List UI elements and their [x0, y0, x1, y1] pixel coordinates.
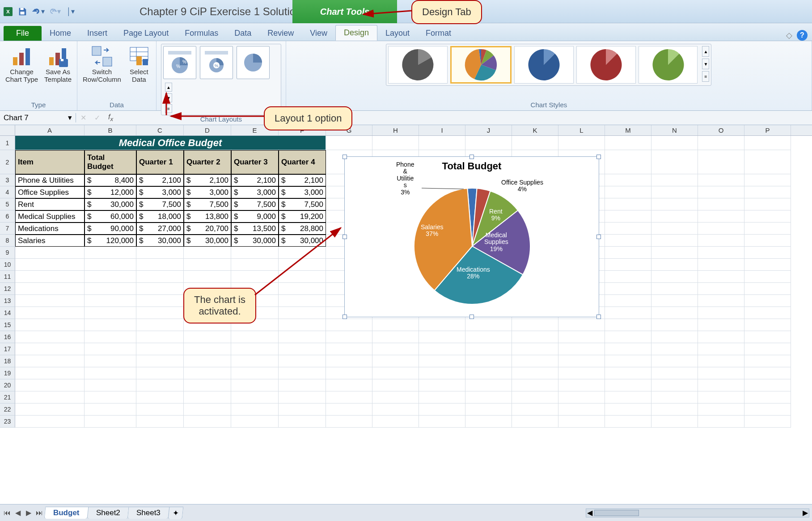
- q2-cell[interactable]: $7,500: [184, 198, 231, 210]
- item-cell[interactable]: Salaries: [15, 235, 85, 247]
- cell[interactable]: [136, 355, 184, 367]
- cell[interactable]: [15, 271, 85, 283]
- cell[interactable]: [372, 391, 419, 403]
- chart-layout-1[interactable]: %%: [163, 46, 196, 79]
- cell[interactable]: [279, 307, 326, 319]
- hscroll-left[interactable]: ◀: [586, 509, 593, 517]
- cell[interactable]: [184, 367, 231, 379]
- cell[interactable]: [698, 186, 744, 198]
- q3-cell[interactable]: $3,000: [231, 186, 279, 198]
- row-header[interactable]: 11: [0, 271, 15, 283]
- cell[interactable]: [326, 136, 372, 150]
- cell[interactable]: [184, 343, 231, 355]
- cell[interactable]: [85, 379, 136, 391]
- sheet-tab-sheet2[interactable]: Sheet2: [87, 507, 129, 519]
- cell[interactable]: [85, 355, 136, 367]
- cell[interactable]: [512, 367, 558, 379]
- cell[interactable]: [231, 403, 279, 416]
- table-header[interactable]: Total Budget: [85, 150, 136, 174]
- row-header[interactable]: 9: [0, 247, 15, 259]
- chart-style-4[interactable]: [576, 46, 636, 84]
- cell[interactable]: [419, 391, 465, 403]
- tab-design[interactable]: Design: [335, 25, 377, 41]
- cell[interactable]: [605, 319, 651, 331]
- cell[interactable]: [651, 247, 698, 259]
- cell[interactable]: [136, 259, 184, 271]
- cell[interactable]: [651, 223, 698, 235]
- new-sheet-button[interactable]: ✦: [168, 507, 184, 519]
- cell[interactable]: [558, 403, 605, 416]
- cell[interactable]: [465, 367, 512, 379]
- cell[interactable]: [605, 271, 651, 283]
- cell[interactable]: [419, 319, 465, 331]
- cell[interactable]: [136, 271, 184, 283]
- cell[interactable]: [512, 343, 558, 355]
- col-p[interactable]: P: [744, 125, 791, 135]
- item-cell[interactable]: Medical Supplies: [15, 210, 85, 223]
- sheet-tab-sheet3[interactable]: Sheet3: [127, 507, 170, 519]
- cell[interactable]: [558, 367, 605, 379]
- cell[interactable]: [279, 259, 326, 271]
- cell[interactable]: [698, 319, 744, 331]
- cell[interactable]: [605, 259, 651, 271]
- cell[interactable]: [698, 307, 744, 319]
- cell[interactable]: [279, 247, 326, 259]
- cell[interactable]: [744, 391, 791, 403]
- q1-cell[interactable]: $18,000: [136, 210, 184, 223]
- q4-cell[interactable]: $7,500: [279, 198, 326, 210]
- cell[interactable]: [698, 259, 744, 271]
- cell[interactable]: [744, 343, 791, 355]
- q4-cell[interactable]: $28,800: [279, 223, 326, 235]
- cell[interactable]: [605, 235, 651, 247]
- cell[interactable]: [279, 391, 326, 403]
- q3-cell[interactable]: $30,000: [231, 235, 279, 247]
- chart-style-5[interactable]: [639, 46, 698, 84]
- tab-layout[interactable]: Layout: [377, 26, 418, 41]
- enter-formula-icon[interactable]: ✓: [94, 113, 100, 122]
- cell[interactable]: [698, 379, 744, 391]
- change-chart-type-button[interactable]: Change Chart Type: [4, 44, 39, 84]
- item-cell[interactable]: Office Supplies: [15, 186, 85, 198]
- cell[interactable]: [465, 403, 512, 416]
- cell[interactable]: [744, 150, 791, 174]
- cell[interactable]: [744, 295, 791, 307]
- cell[interactable]: [465, 136, 512, 150]
- chart-style-2[interactable]: [450, 46, 512, 84]
- col-m[interactable]: M: [605, 125, 651, 135]
- cell[interactable]: [651, 295, 698, 307]
- cell[interactable]: [651, 391, 698, 403]
- cell[interactable]: [15, 355, 85, 367]
- q2-cell[interactable]: $30,000: [184, 235, 231, 247]
- cell[interactable]: [85, 319, 136, 331]
- hscroll-right[interactable]: ▶: [802, 509, 809, 517]
- cell[interactable]: [136, 319, 184, 331]
- q3-cell[interactable]: $9,000: [231, 210, 279, 223]
- cell[interactable]: [419, 416, 465, 428]
- select-all-corner[interactable]: [0, 125, 15, 135]
- cell[interactable]: [136, 295, 184, 307]
- cell[interactable]: [558, 343, 605, 355]
- q1-cell[interactable]: $27,000: [136, 223, 184, 235]
- sheet-tab-budget[interactable]: Budget: [44, 507, 89, 519]
- cell[interactable]: [326, 403, 372, 416]
- layouts-scroll-down[interactable]: ▼: [165, 93, 172, 102]
- cell[interactable]: [184, 416, 231, 428]
- cell[interactable]: [184, 355, 231, 367]
- tab-home[interactable]: Home: [42, 26, 79, 41]
- cell[interactable]: [651, 210, 698, 223]
- cell[interactable]: [15, 416, 85, 428]
- total-cell[interactable]: $12,000: [85, 186, 136, 198]
- q2-cell[interactable]: $3,000: [184, 186, 231, 198]
- cell[interactable]: [231, 379, 279, 391]
- styles-scroll-up[interactable]: ▲: [702, 46, 709, 57]
- sheet-nav-first[interactable]: ⏮: [3, 508, 12, 517]
- hscroll-thumb[interactable]: [594, 510, 639, 516]
- col-k[interactable]: K: [512, 125, 558, 135]
- row-header[interactable]: 17: [0, 343, 15, 355]
- cell[interactable]: [279, 403, 326, 416]
- tab-formulas[interactable]: Formulas: [177, 26, 226, 41]
- cell[interactable]: [184, 403, 231, 416]
- col-b[interactable]: B: [85, 125, 136, 135]
- cell[interactable]: [231, 355, 279, 367]
- tab-page-layout[interactable]: Page Layout: [115, 26, 177, 41]
